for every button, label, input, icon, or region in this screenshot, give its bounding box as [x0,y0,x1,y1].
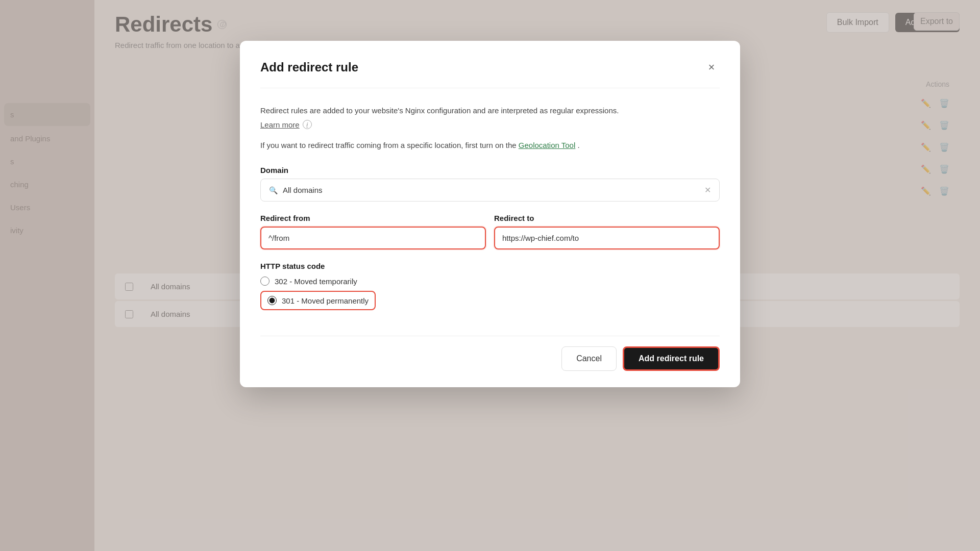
radio-302-option[interactable]: 302 - Moved temporarily [260,277,720,286]
radio-301-label: 301 - Moved permanently [282,296,369,305]
redirect-to-field: Redirect to [494,214,720,249]
radio-301-option[interactable]: 301 - Moved permanently [260,291,376,310]
modal-info-text: Redirect rules are added to your website… [260,105,720,117]
domain-search-icon: 🔍 [269,186,278,194]
redirect-from-input[interactable] [260,227,486,249]
domain-form-group: Domain 🔍 All domains ✕ [260,166,720,202]
geolocation-link[interactable]: Geolocation Tool [519,141,575,149]
http-status-section: HTTP status code 302 - Moved temporarily… [260,262,720,315]
modal-title: Add redirect rule [260,60,358,74]
modal-backdrop[interactable]: Add redirect rule × Redirect rules are a… [0,0,980,551]
modal-footer: Cancel Add redirect rule [260,336,720,371]
modal-body: Redirect rules are added to your website… [260,101,720,319]
add-redirect-rule-button[interactable]: Add redirect rule [623,346,720,371]
domain-select[interactable]: 🔍 All domains ✕ [260,179,720,202]
http-status-label: HTTP status code [260,262,720,270]
domain-label: Domain [260,166,720,174]
redirect-from-label: Redirect from [260,214,486,222]
geolocation-text: If you want to redirect traffic coming f… [260,139,720,152]
learn-more-link[interactable]: Learn more i [260,120,720,129]
radio-302-input[interactable] [260,277,270,286]
modal-header: Add redirect rule × [260,59,720,88]
redirect-from-field: Redirect from [260,214,486,249]
radio-301-input[interactable] [267,296,277,305]
cancel-button[interactable]: Cancel [561,346,617,371]
domain-clear-icon[interactable]: ✕ [704,185,711,195]
domain-value: All domains [283,186,323,194]
redirect-fields-row: Redirect from Redirect to [260,214,720,249]
redirect-to-label: Redirect to [494,214,720,222]
learn-more-label: Learn more [260,120,300,129]
modal-close-button[interactable]: × [703,59,720,76]
learn-more-icon: i [303,120,312,129]
add-redirect-modal: Add redirect rule × Redirect rules are a… [240,41,740,387]
radio-302-label: 302 - Moved temporarily [275,277,357,286]
redirect-to-input[interactable] [494,227,720,249]
